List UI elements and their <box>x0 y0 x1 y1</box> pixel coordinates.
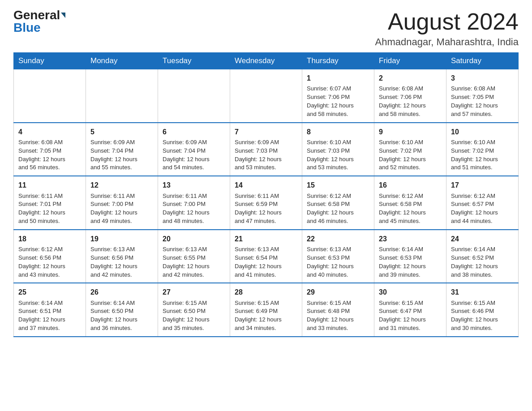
day-info: Daylight: 12 hours <box>451 102 514 110</box>
day-info: Sunset: 7:01 PM <box>18 200 81 209</box>
calendar-cell: 15Sunrise: 6:12 AMSunset: 6:58 PMDayligh… <box>302 176 374 230</box>
day-info: and 52 minutes. <box>379 163 442 172</box>
day-info: and 46 minutes. <box>307 217 369 226</box>
day-info: and 47 minutes. <box>235 217 297 226</box>
calendar-cell: 25Sunrise: 6:14 AMSunset: 6:51 PMDayligh… <box>14 283 86 337</box>
day-info: Sunset: 6:59 PM <box>235 200 297 209</box>
calendar-cell: 27Sunrise: 6:15 AMSunset: 6:50 PMDayligh… <box>158 283 230 337</box>
day-info: and 33 minutes. <box>307 324 369 333</box>
day-number: 14 <box>235 180 297 190</box>
calendar-cell: 29Sunrise: 6:15 AMSunset: 6:48 PMDayligh… <box>302 283 374 337</box>
day-info: Sunset: 7:05 PM <box>451 93 514 102</box>
day-info: Daylight: 12 hours <box>90 262 153 271</box>
calendar-cell: 5Sunrise: 6:09 AMSunset: 7:04 PMDaylight… <box>86 123 158 176</box>
day-info: Daylight: 12 hours <box>235 262 297 271</box>
column-header-tuesday: Tuesday <box>158 53 230 69</box>
day-number: 10 <box>451 127 514 137</box>
calendar: SundayMondayTuesdayWednesdayThursdayFrid… <box>13 52 519 337</box>
day-info: Sunrise: 6:12 AM <box>18 245 81 254</box>
day-number: 27 <box>163 287 225 297</box>
day-info: Sunrise: 6:09 AM <box>163 138 225 147</box>
day-info: and 54 minutes. <box>163 163 225 172</box>
day-info: Sunset: 7:06 PM <box>379 93 442 102</box>
title-section: August 2024 Ahmadnagar, Maharashtra, Ind… <box>375 9 519 48</box>
day-number: 30 <box>379 287 442 297</box>
calendar-cell: 22Sunrise: 6:13 AMSunset: 6:53 PMDayligh… <box>302 230 374 283</box>
day-info: Sunset: 6:55 PM <box>163 254 225 262</box>
day-number: 18 <box>18 234 81 244</box>
day-info: Daylight: 12 hours <box>18 316 81 324</box>
day-number: 11 <box>18 180 81 190</box>
day-info: Sunrise: 6:11 AM <box>18 192 81 201</box>
day-info: Sunrise: 6:13 AM <box>163 245 225 254</box>
day-info: Sunset: 6:53 PM <box>379 254 442 262</box>
day-info: Sunset: 6:57 PM <box>451 200 514 209</box>
day-info: Sunset: 6:51 PM <box>18 307 81 316</box>
day-info: Sunset: 6:50 PM <box>90 307 153 316</box>
day-info: Daylight: 12 hours <box>307 262 369 271</box>
calendar-cell: 26Sunrise: 6:14 AMSunset: 6:50 PMDayligh… <box>86 283 158 337</box>
day-info: and 53 minutes. <box>235 163 297 172</box>
day-info: Daylight: 12 hours <box>235 209 297 217</box>
day-info: Sunset: 6:46 PM <box>451 307 514 316</box>
day-info: Sunrise: 6:14 AM <box>18 299 81 308</box>
day-number: 1 <box>307 73 369 83</box>
calendar-cell: 20Sunrise: 6:13 AMSunset: 6:55 PMDayligh… <box>158 230 230 283</box>
column-header-monday: Monday <box>86 53 158 69</box>
day-info: Daylight: 12 hours <box>451 316 514 324</box>
day-number: 6 <box>163 127 225 137</box>
day-info: Sunset: 7:00 PM <box>90 200 153 209</box>
day-info: Sunset: 6:56 PM <box>90 254 153 262</box>
day-info: Daylight: 12 hours <box>163 316 225 324</box>
day-info: and 43 minutes. <box>18 271 81 279</box>
day-info: and 57 minutes. <box>451 110 514 119</box>
logo: General Blue <box>13 9 65 35</box>
calendar-cell: 8Sunrise: 6:10 AMSunset: 7:03 PMDaylight… <box>302 123 374 176</box>
day-info: Daylight: 12 hours <box>451 209 514 217</box>
day-info: Sunset: 6:56 PM <box>18 254 81 262</box>
day-info: Daylight: 12 hours <box>379 262 442 271</box>
calendar-cell: 2Sunrise: 6:08 AMSunset: 7:06 PMDaylight… <box>374 69 446 123</box>
day-info: and 53 minutes. <box>307 163 369 172</box>
logo-blue-text: Blue <box>13 21 41 35</box>
day-number: 4 <box>18 127 81 137</box>
day-info: Sunrise: 6:12 AM <box>451 192 514 201</box>
day-info: Daylight: 12 hours <box>451 155 514 164</box>
day-info: Sunrise: 6:08 AM <box>379 85 442 93</box>
calendar-cell: 30Sunrise: 6:15 AMSunset: 6:47 PMDayligh… <box>374 283 446 337</box>
calendar-cell: 4Sunrise: 6:08 AMSunset: 7:05 PMDaylight… <box>14 123 86 176</box>
day-info: and 58 minutes. <box>307 110 369 119</box>
day-info: and 49 minutes. <box>90 217 153 226</box>
day-info: Sunset: 7:03 PM <box>307 147 369 155</box>
day-info: Daylight: 12 hours <box>235 155 297 164</box>
calendar-cell <box>158 69 230 123</box>
day-info: Sunrise: 6:15 AM <box>451 299 514 308</box>
day-info: Sunrise: 6:10 AM <box>451 138 514 147</box>
day-number: 12 <box>90 180 153 190</box>
calendar-cell: 17Sunrise: 6:12 AMSunset: 6:57 PMDayligh… <box>446 176 519 230</box>
calendar-cell: 11Sunrise: 6:11 AMSunset: 7:01 PMDayligh… <box>14 176 86 230</box>
day-info: and 39 minutes. <box>379 271 442 279</box>
calendar-week-3: 11Sunrise: 6:11 AMSunset: 7:01 PMDayligh… <box>14 176 519 230</box>
day-info: Sunset: 7:03 PM <box>235 147 297 155</box>
calendar-week-1: 1Sunrise: 6:07 AMSunset: 7:06 PMDaylight… <box>14 69 519 123</box>
day-info: and 55 minutes. <box>90 163 153 172</box>
day-info: Sunset: 6:53 PM <box>307 254 369 262</box>
day-number: 24 <box>451 234 514 244</box>
day-info: Daylight: 12 hours <box>90 155 153 164</box>
day-info: Sunset: 6:58 PM <box>379 200 442 209</box>
day-info: Sunset: 7:06 PM <box>307 93 369 102</box>
day-info: and 50 minutes. <box>18 217 81 226</box>
day-info: Daylight: 12 hours <box>379 209 442 217</box>
day-info: Sunrise: 6:10 AM <box>379 138 442 147</box>
day-info: Sunrise: 6:14 AM <box>379 245 442 254</box>
day-info: Sunrise: 6:07 AM <box>307 85 369 93</box>
calendar-cell: 3Sunrise: 6:08 AMSunset: 7:05 PMDaylight… <box>446 69 519 123</box>
day-info: and 40 minutes. <box>307 271 369 279</box>
day-info: Daylight: 12 hours <box>307 155 369 164</box>
day-info: Sunrise: 6:08 AM <box>18 138 81 147</box>
day-info: Sunrise: 6:09 AM <box>235 138 297 147</box>
day-number: 21 <box>235 234 297 244</box>
day-number: 23 <box>379 234 442 244</box>
day-number: 22 <box>307 234 369 244</box>
